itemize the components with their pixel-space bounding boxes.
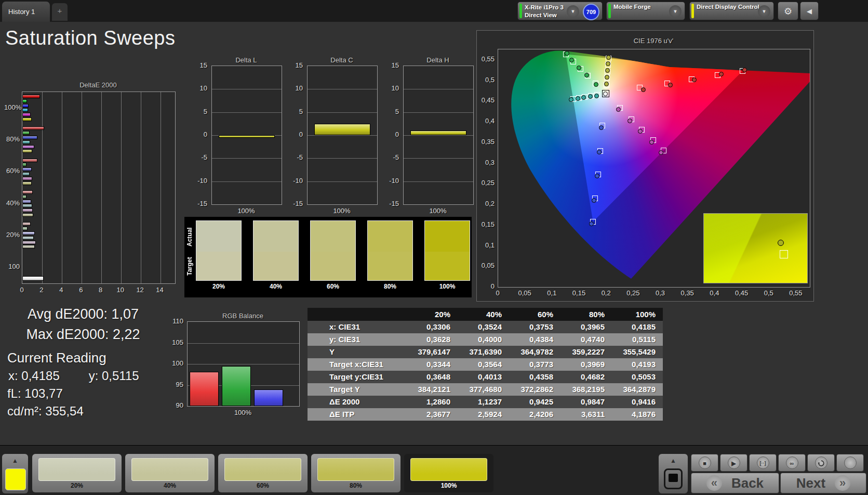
table-header-cell: 60% <box>509 308 560 321</box>
active-patch-swatch[interactable] <box>5 468 26 490</box>
delta_c-ytick: 0 <box>285 131 303 138</box>
inset-target-point <box>780 250 788 258</box>
measured-point-blue <box>597 150 602 154</box>
actual-target-swatch <box>310 220 356 281</box>
saturation-tile-swatch <box>410 458 487 481</box>
continuous-icon: ∞ <box>786 457 798 469</box>
current-reading-heading: Current Reading <box>7 350 166 366</box>
measured-point-cyan <box>594 94 599 98</box>
back-button[interactable]: «Back <box>691 473 779 493</box>
saturation-tile-20%[interactable]: 20% <box>32 454 122 492</box>
measured-point-cyan <box>581 95 586 100</box>
de2000-ylabel: 20% <box>4 231 20 239</box>
measured-point-red <box>641 87 646 92</box>
cie-xtick: 0,05 <box>514 289 535 297</box>
de2000-xtick: 10 <box>114 286 127 294</box>
patch-window-tile[interactable]: ▲ <box>2 454 28 493</box>
de2000-bar <box>22 113 31 116</box>
extra-button[interactable] <box>836 454 864 472</box>
colorspace-709-badge[interactable]: 709 <box>583 4 599 20</box>
de2000-bar <box>22 163 26 166</box>
rgb-xlabel: 100% <box>187 409 299 416</box>
delta-l-chart: Delta L151050-5-10-15100% <box>190 56 282 217</box>
settings-gear-button[interactable]: ⚙ <box>778 2 798 20</box>
delta_c-plot <box>307 66 378 205</box>
swatch-level-label: 60% <box>310 283 356 290</box>
de2000-bar <box>22 159 37 162</box>
reading-cdm2: cd/m²: 355,54 <box>7 402 166 420</box>
table-cell: 0,4358 <box>509 371 560 383</box>
play-button[interactable]: ▶ <box>720 454 747 472</box>
inset-measured-point <box>778 240 784 246</box>
table-row-label: ΔE ITP <box>308 408 406 421</box>
table-header-cell: 20% <box>406 308 458 321</box>
table-header-cell <box>308 308 406 321</box>
rgb-ytick: 100 <box>171 359 183 367</box>
table-cell: 0,3969 <box>560 358 612 371</box>
chevron-down-icon[interactable]: ▼ <box>567 5 579 18</box>
rgb-ytick: 105 <box>171 338 183 346</box>
refresh-button[interactable] <box>807 454 835 472</box>
patch-display-tile[interactable]: ▲ <box>659 454 688 493</box>
cie-ytick: 0,55 <box>477 55 495 63</box>
stop-button[interactable]: ■ <box>691 454 718 472</box>
table-cell: 4,1876 <box>612 408 663 421</box>
table-row-label: Y <box>308 346 406 358</box>
collapse-panel-button[interactable]: ◀ <box>800 2 819 20</box>
up-arrow-icon[interactable]: ▲ <box>2 455 28 466</box>
chevron-down-icon[interactable]: ▼ <box>758 5 770 18</box>
cie-xtick: 0,4 <box>704 289 725 297</box>
rgb-balance-plot <box>187 321 300 407</box>
history-tab[interactable]: History 1 <box>2 2 50 22</box>
delta_h-ytick: -10 <box>381 177 399 185</box>
de2000-xtick: 6 <box>75 286 87 294</box>
cie-ytick: 0,35 <box>477 138 495 146</box>
white-point-measured <box>603 92 608 96</box>
saturation-tile-60%[interactable]: 60% <box>218 454 308 492</box>
delta_c-ytick: -5 <box>285 153 303 161</box>
play-icon: ▶ <box>728 457 740 469</box>
meter-dropdown[interactable]: X-Rite i1Pro 3 Direct View ▼ 709 <box>517 2 603 20</box>
table-row-label: Target x:CIE31 <box>308 358 406 371</box>
de2000-bar <box>22 245 35 249</box>
cie-ytick: 0,4 <box>477 117 495 125</box>
next-button[interactable]: Next» <box>780 473 866 493</box>
cie-xtick: 0,5 <box>758 289 779 297</box>
de2000-ylabel: 40% <box>4 199 20 207</box>
table-cell: 377,4680 <box>458 383 509 396</box>
table-cell: 0,4193 <box>612 358 663 371</box>
de2000-bar <box>22 172 30 176</box>
delta_l-title: Delta L <box>211 56 281 64</box>
next-label: Next <box>796 475 825 491</box>
chevron-down-icon[interactable]: ▼ <box>669 5 682 18</box>
reading-fl: fL: 103,77 <box>7 385 166 402</box>
saturation-tile-40%[interactable]: 40% <box>125 454 215 492</box>
saturation-tile-100%[interactable]: 100% <box>404 454 493 492</box>
single-measure-button[interactable]: [··] <box>749 454 777 472</box>
de2000-xtick: 12 <box>134 286 146 294</box>
continuous-button[interactable]: ∞ <box>778 454 806 472</box>
saturation-tile-80%[interactable]: 80% <box>311 454 400 492</box>
swatch-column: 100% <box>424 220 470 290</box>
cie-ytick: 0,5 <box>477 76 495 84</box>
delta_c-ytick: -10 <box>285 177 303 185</box>
delta_l-xlabel: 100% <box>211 207 281 215</box>
cie-xtick: 0,3 <box>650 289 671 297</box>
patch-window-icon[interactable] <box>664 468 683 489</box>
cie-xtick: 0,1 <box>541 289 562 297</box>
swatch-level-label: 20% <box>196 283 242 290</box>
actual-row-label: Actual <box>186 222 193 252</box>
source-dropdown[interactable]: Mobile Forge ▼ <box>606 2 685 20</box>
table-cell: 0,4740 <box>560 333 612 346</box>
de2000-bar <box>22 118 32 121</box>
display-control-dropdown[interactable]: Direct Display Control ▼ <box>689 2 774 20</box>
max-de2000: Max dE2000: 2,22 <box>0 324 166 345</box>
patch-square-icon <box>669 474 678 482</box>
add-tab-button[interactable]: + <box>52 3 68 21</box>
table-row: y: CIE310,36280,40000,43840,47400,5115 <box>308 333 663 346</box>
avg-de2000: Avg dE2000: 1,07 <box>0 304 166 324</box>
up-arrow-icon[interactable]: ▲ <box>659 455 688 466</box>
table-row: x: CIE310,33060,35240,37530,39650,4185 <box>308 321 663 333</box>
table-row: ΔE 20001,28601,12370,94250,98470,9416 <box>308 396 663 408</box>
saturation-tile-swatch <box>317 458 394 481</box>
